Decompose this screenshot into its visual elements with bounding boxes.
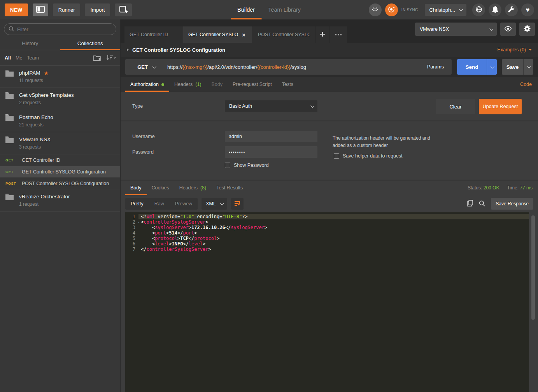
environment-select[interactable]: VMware NSX [415, 23, 497, 36]
collapse-caret-icon[interactable] [127, 48, 129, 51]
save-response-button[interactable]: Save Response [491, 198, 533, 210]
tab-tests[interactable]: Tests [277, 77, 298, 92]
scope-team[interactable]: Team [27, 55, 39, 61]
url-input[interactable]: https://{{nsx-mgr}}/api/2.0/vdn/controll… [167, 64, 419, 70]
authorization-panel: Type Basic Auth Clear Update Request Use… [121, 92, 538, 180]
settings-button[interactable] [505, 4, 518, 16]
view-raw-button[interactable]: Raw [149, 198, 170, 210]
send-options-button[interactable] [487, 59, 497, 75]
examples-dropdown[interactable]: Examples (0) [497, 47, 532, 52]
tab-response-headers[interactable]: Headers (8) [174, 180, 212, 195]
scope-all[interactable]: All [5, 55, 11, 61]
scrollbar-thumb[interactable] [531, 215, 535, 320]
chevron-down-icon [152, 65, 156, 68]
send-button-group: Send [457, 59, 497, 75]
request-post-syslog-config[interactable]: POST POST Controller SYSLOG Configuratio… [0, 178, 120, 189]
notifications-button[interactable] [489, 4, 501, 16]
wrap-text-icon [234, 201, 240, 207]
close-tab-icon[interactable]: × [242, 32, 245, 38]
tab-response-body[interactable]: Body [125, 180, 147, 195]
save-button[interactable]: Save [502, 59, 523, 75]
scrollbar-track [529, 212, 538, 392]
tab-label: Headers [179, 185, 198, 191]
tab-pre-request-script[interactable]: Pre-request Script [228, 77, 277, 92]
password-field[interactable] [225, 146, 317, 158]
collection-vmware-nsx[interactable]: VMware NSX 3 requests [0, 132, 120, 154]
tab-team-library[interactable]: Team Library [261, 0, 307, 19]
filter-search-box[interactable] [4, 23, 116, 35]
favorites-button[interactable]: ♥ [521, 4, 534, 16]
url-part: /api/2.0/vdn/controller/ [207, 64, 257, 70]
response-code[interactable]: 1<?xml version="1.0" encoding="UTF-8"?>2… [125, 212, 529, 392]
request-get-controller-id[interactable]: GET GET Controller ID [0, 154, 120, 166]
params-button[interactable]: Params [419, 59, 452, 75]
tab-response-cookies[interactable]: Cookies [147, 180, 174, 195]
clear-button[interactable]: Clear [436, 99, 475, 114]
tab-builder[interactable]: Builder [231, 0, 261, 19]
environment-settings-button[interactable] [519, 23, 535, 36]
generate-code-link[interactable]: Code [520, 77, 538, 92]
scope-me[interactable]: Me [16, 55, 22, 61]
sort-button[interactable] [106, 55, 116, 61]
runner-button[interactable]: Runner [53, 4, 81, 16]
tab-collections[interactable]: Collections [60, 37, 121, 50]
environment-preview-button[interactable] [500, 23, 516, 36]
view-preview-button[interactable]: Preview [170, 198, 198, 210]
more-tabs-button[interactable] [330, 26, 347, 43]
import-button[interactable]: Import [85, 4, 110, 16]
filter-input[interactable] [17, 26, 112, 32]
search-response-button[interactable] [479, 200, 485, 208]
headers-count: (1) [195, 82, 201, 87]
collections-scope-row: All Me Team [0, 50, 120, 66]
doc-tab-controller-id[interactable]: GET Controller ID [124, 26, 183, 43]
format-select[interactable]: XML [202, 198, 227, 210]
cloud-button[interactable] [472, 4, 485, 16]
view-pretty-button[interactable]: Pretty [125, 198, 149, 210]
send-button[interactable]: Send [457, 59, 487, 75]
copy-response-button[interactable] [467, 200, 473, 208]
auth-type-value: Basic Auth [229, 103, 252, 109]
collection-vrealize-orchestrator[interactable]: vRealize Orchestrator 1 request [0, 189, 120, 212]
collection-phpipam[interactable]: phpIPAM★ 11 requests [0, 66, 120, 88]
tab-authorization[interactable]: Authorization [125, 77, 169, 92]
collection-count: 11 requests [19, 78, 49, 83]
method-select[interactable]: GET [125, 59, 167, 75]
new-folder-button[interactable] [93, 54, 101, 61]
folder-icon [5, 114, 14, 128]
update-request-button[interactable]: Update Request [479, 99, 522, 114]
user-menu[interactable]: Christoph... [425, 4, 466, 16]
doc-tab-label: GET Controller SYSLO [188, 32, 238, 37]
show-password-checkbox[interactable] [225, 163, 230, 168]
tab-headers[interactable]: Headers (1) [169, 77, 207, 92]
tab-body[interactable]: Body [207, 77, 228, 92]
response-section: Body Cookies Headers (8) Test Results St… [121, 180, 538, 392]
sidebar: History Collections All Me Team [0, 19, 121, 392]
chevron-down-icon [310, 104, 314, 108]
save-helper-checkbox[interactable] [334, 153, 339, 159]
tab-test-results[interactable]: Test Results [211, 180, 248, 195]
response-headers-count: (8) [200, 185, 206, 191]
auth-type-select[interactable]: Basic Auth [225, 100, 317, 112]
chevron-down-icon [489, 27, 493, 31]
doc-tab-get-syslog[interactable]: GET Controller SYSLO × [183, 26, 252, 43]
sidebar-tabs: History Collections [0, 37, 120, 50]
save-helper-row: Save helper data to request [334, 153, 403, 159]
sync-status-button[interactable] [385, 4, 398, 16]
response-toolbar: Pretty Raw Preview XML [121, 195, 538, 212]
show-password-label: Show Password [234, 163, 269, 168]
request-get-syslog-config[interactable]: GET GET Controller SYSLOG Configuration [0, 166, 120, 178]
collection-vsphere-templates[interactable]: Get vSphere Templates 2 requests [0, 88, 120, 110]
new-window-button[interactable] [115, 4, 132, 16]
tab-history[interactable]: History [0, 37, 60, 50]
url-bar-row: GET https://{{nsx-mgr}}/api/2.0/vdn/cont… [121, 57, 538, 77]
postman-app: NEW Runner Import Builder Team Library [0, 0, 538, 392]
wrap-text-button[interactable] [231, 198, 244, 210]
doc-tab-post-syslog[interactable]: POST Controller SYSLOG Co [253, 26, 315, 43]
new-tab-button[interactable] [315, 26, 329, 43]
sidebar-toggle-button[interactable] [33, 4, 48, 16]
proxy-capture-button[interactable] [369, 4, 382, 16]
username-field[interactable] [225, 131, 317, 142]
save-options-button[interactable] [523, 59, 533, 75]
new-button[interactable]: NEW [5, 4, 28, 16]
collection-postman-echo[interactable]: Postman Echo 21 requests [0, 110, 120, 132]
